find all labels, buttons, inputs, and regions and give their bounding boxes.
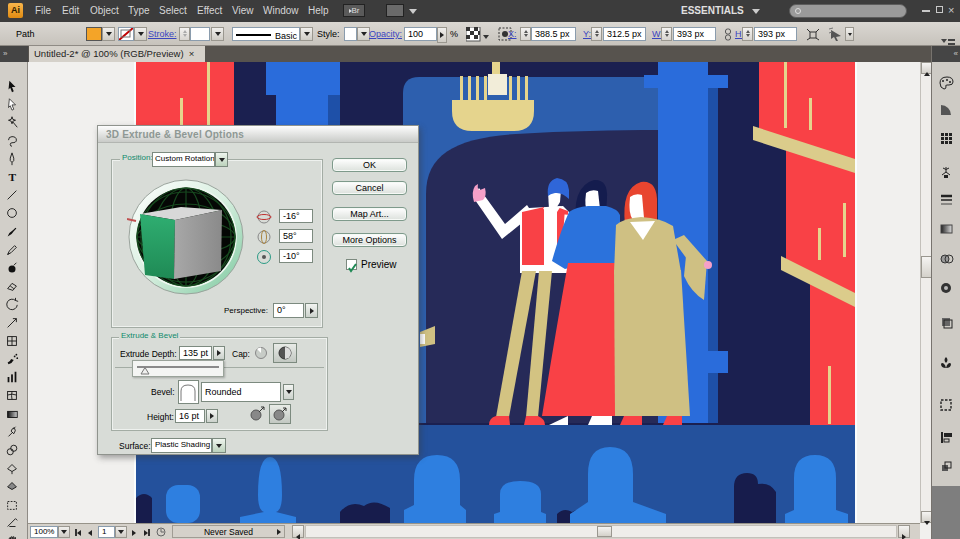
svg-text:T: T — [9, 171, 17, 183]
